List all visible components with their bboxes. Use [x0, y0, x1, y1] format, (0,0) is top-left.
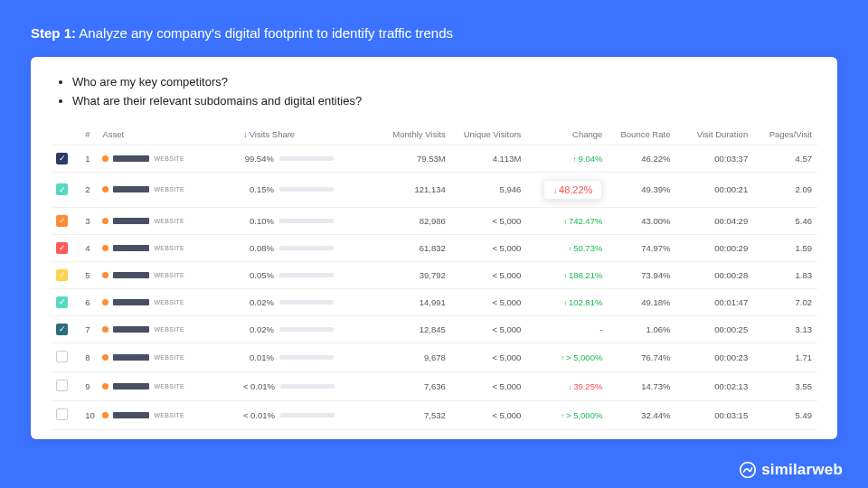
share-bar	[280, 413, 335, 418]
asset-dot-icon	[102, 383, 108, 389]
asset-name-redacted	[113, 412, 149, 418]
asset-cell[interactable]: WEBSITE	[102, 245, 231, 251]
asset-name-redacted	[113, 218, 149, 224]
unique-visitors: < 5,000	[451, 288, 527, 315]
table-row[interactable]: 10 WEBSITE < 0.01% 7,532 < 5,000 ↑> 5,00…	[51, 400, 817, 429]
asset-name-redacted	[113, 299, 149, 305]
visit-duration: 00:04:29	[675, 207, 753, 234]
change-value: ↓39.25%	[568, 381, 602, 391]
monthly-visits: 12,845	[363, 315, 450, 343]
bounce-rate: 46.22%	[608, 145, 675, 172]
asset-cell[interactable]: WEBSITE	[102, 186, 231, 192]
monthly-visits: 82,986	[363, 207, 450, 234]
asset-cell[interactable]: WEBSITE	[102, 299, 231, 305]
asset-name-redacted	[113, 155, 149, 162]
visit-duration: 00:02:13	[675, 371, 753, 400]
table-row[interactable]: ✓ 1 WEBSITE 99.54% 79.53M 4.113M ↑9.04% …	[51, 145, 817, 172]
asset-type-tag: WEBSITE	[154, 354, 184, 361]
table-row[interactable]: ✓ 6 WEBSITE 0.02% 14,991 < 5,000 ↑102.81…	[51, 288, 817, 315]
unique-visitors: < 5,000	[451, 371, 527, 400]
bounce-rate: 74.97%	[608, 234, 675, 261]
col-index[interactable]: #	[80, 124, 97, 145]
table-row[interactable]: ✓ 7 WEBSITE 0.02% 12,845 < 5,000 - 1.06%…	[51, 315, 817, 343]
unique-visitors: < 5,000	[451, 400, 527, 429]
asset-type-tag: WEBSITE	[154, 299, 184, 305]
asset-type-tag: WEBSITE	[154, 186, 184, 192]
bounce-rate: 43.00%	[608, 207, 675, 234]
share-bar	[279, 187, 334, 192]
col-visit-duration[interactable]: Visit Duration	[675, 124, 753, 145]
row-checkbox[interactable]	[56, 351, 68, 362]
visits-share-cell: 0.08%	[243, 243, 358, 253]
col-pages-visit[interactable]: Pages/Visit	[753, 124, 817, 145]
table-row[interactable]: ✓ 4 WEBSITE 0.08% 61,832 < 5,000 ↑50.73%…	[51, 234, 817, 261]
table-row[interactable]: ✓ 3 WEBSITE 0.10% 82,986 < 5,000 ↑742.47…	[51, 207, 817, 234]
row-checkbox[interactable]: ✓	[56, 153, 68, 164]
share-bar	[279, 156, 334, 161]
share-bar	[279, 300, 334, 305]
change-cell: ↑9.04%	[526, 145, 608, 172]
col-monthly-visits[interactable]: Monthly Visits	[363, 124, 450, 145]
asset-cell[interactable]: WEBSITE	[102, 155, 231, 162]
bounce-rate: 49.18%	[608, 288, 675, 315]
visit-duration: 00:00:23	[675, 343, 753, 371]
row-checkbox[interactable]: ✓	[56, 296, 68, 308]
table-row[interactable]: 9 WEBSITE < 0.01% 7,636 < 5,000 ↓39.25% …	[51, 371, 817, 400]
asset-type-tag: WEBSITE	[154, 383, 184, 389]
asset-cell[interactable]: WEBSITE	[102, 383, 231, 389]
col-asset[interactable]: Asset	[97, 124, 237, 145]
table-row[interactable]: ✓ 5 WEBSITE 0.05% 39,792 < 5,000 ↑188.21…	[51, 261, 817, 288]
row-checkbox[interactable]: ✓	[56, 269, 68, 281]
asset-dot-icon	[102, 412, 108, 418]
visits-share-cell: 0.01%	[243, 352, 358, 362]
row-checkbox[interactable]: ✓	[56, 183, 68, 195]
col-bounce-rate[interactable]: Bounce Rate	[608, 124, 675, 145]
asset-cell[interactable]: WEBSITE	[102, 326, 231, 333]
monthly-visits: 121,134	[363, 172, 450, 207]
col-checkbox	[51, 124, 80, 145]
share-bar	[279, 327, 334, 332]
asset-cell[interactable]: WEBSITE	[102, 412, 231, 418]
unique-visitors: < 5,000	[451, 207, 527, 234]
asset-type-tag: WEBSITE	[154, 245, 184, 251]
col-change[interactable]: Change	[526, 124, 608, 145]
change-value: ↑188.21%	[563, 270, 603, 280]
row-checkbox[interactable]	[56, 380, 68, 391]
asset-cell[interactable]: WEBSITE	[102, 272, 231, 278]
asset-name-redacted	[113, 186, 149, 192]
row-checkbox[interactable]: ✓	[56, 324, 68, 335]
monthly-visits: 79.53M	[363, 145, 450, 172]
table-row[interactable]: ✓ 2 WEBSITE 0.15% 121,134 5,946 ↓48.22% …	[51, 172, 817, 207]
change-cell: ↑102.81%	[526, 288, 608, 315]
row-index: 6	[80, 288, 97, 315]
unique-visitors: 4.113M	[451, 145, 527, 172]
pages-per-visit: 1.71	[753, 343, 817, 371]
table-header-row: # Asset ↓Visits Share Monthly Visits Uni…	[51, 124, 817, 145]
row-checkbox[interactable]	[56, 408, 68, 420]
asset-cell[interactable]: WEBSITE	[102, 218, 231, 224]
monthly-visits: 39,792	[363, 261, 450, 288]
col-unique-visitors[interactable]: Unique Visitors	[451, 124, 527, 145]
asset-cell[interactable]: WEBSITE	[102, 354, 231, 361]
visits-share-cell: < 0.01%	[243, 381, 358, 391]
asset-dot-icon	[102, 155, 108, 162]
table-row[interactable]: 8 WEBSITE 0.01% 9,678 < 5,000 ↑> 5,000% …	[51, 343, 817, 371]
row-checkbox[interactable]: ✓	[56, 215, 68, 227]
row-checkbox[interactable]: ✓	[56, 242, 68, 254]
step-label: Step 1:	[31, 25, 76, 41]
pages-per-visit: 4.57	[753, 145, 817, 172]
visits-share-cell: 0.02%	[243, 297, 358, 307]
share-bar	[279, 246, 334, 250]
change-cell: ↑742.47%	[526, 207, 608, 234]
brand-logo: similarweb	[740, 461, 843, 479]
visits-share-cell: 0.15%	[243, 184, 358, 194]
step-title: Step 1: Analyze any company's digital fo…	[31, 25, 837, 41]
monthly-visits: 61,832	[363, 234, 450, 261]
list-item: Who are my key competitors?	[72, 73, 817, 92]
visits-share-cell: < 0.01%	[243, 410, 358, 420]
similarweb-icon	[740, 462, 756, 478]
col-visits-share[interactable]: ↓Visits Share	[238, 124, 363, 145]
asset-type-tag: WEBSITE	[154, 412, 184, 418]
asset-name-redacted	[113, 383, 149, 389]
unique-visitors: < 5,000	[451, 234, 527, 261]
